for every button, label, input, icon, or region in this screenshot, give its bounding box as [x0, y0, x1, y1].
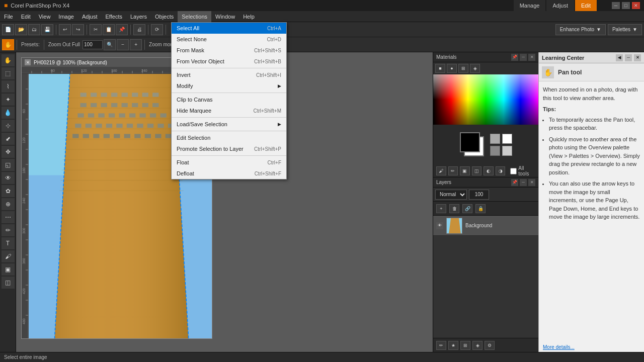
- white-swatch[interactable]: [502, 134, 512, 144]
- tool-magic-wand[interactable]: ✦: [2, 94, 15, 106]
- enhance-photo-button[interactable]: Enhance Photo ▼: [555, 24, 606, 35]
- copy-button[interactable]: 📋: [103, 24, 115, 35]
- tool-freehand[interactable]: ⌇: [2, 80, 15, 93]
- tool-pen[interactable]: ✏: [2, 224, 15, 236]
- menu-window[interactable]: Window: [211, 11, 239, 22]
- layers-panel-close[interactable]: ✕: [528, 179, 535, 186]
- mat-paint-brush[interactable]: 🖌: [436, 166, 446, 175]
- layer-visibility-toggle[interactable]: 👁: [436, 222, 443, 229]
- canvas-close-button[interactable]: ✕: [25, 59, 31, 65]
- menu-file[interactable]: File: [0, 11, 17, 22]
- more-details-link[interactable]: More details...: [539, 342, 644, 352]
- tool-straighten[interactable]: ⬋: [2, 133, 15, 145]
- tool-move[interactable]: ✥: [2, 146, 15, 158]
- mat-pencil[interactable]: ✏: [448, 166, 458, 175]
- zoom-plus-button[interactable]: +: [130, 39, 142, 50]
- mat-fill[interactable]: ▣: [460, 166, 470, 175]
- mat-tab-grid[interactable]: ⊞: [458, 64, 468, 73]
- tool-eraser[interactable]: ◫: [2, 277, 15, 289]
- menu-objects[interactable]: Objects: [151, 11, 178, 22]
- layer-lock-button[interactable]: 🔒: [475, 204, 486, 213]
- tool-crop[interactable]: ⊹: [2, 120, 15, 132]
- palettes-button[interactable]: Palettes ▼: [608, 24, 642, 35]
- tool-paint[interactable]: 🖌: [2, 250, 15, 262]
- close-button[interactable]: ✕: [632, 2, 640, 9]
- lc-close-button[interactable]: ✕: [634, 54, 641, 61]
- layer-merge-button[interactable]: ⊞: [460, 341, 470, 350]
- layer-style-button[interactable]: ★: [448, 341, 458, 350]
- tool-deform[interactable]: ◱: [2, 159, 15, 171]
- blend-mode-select[interactable]: Normal: [435, 190, 467, 200]
- materials-panel-pin[interactable]: 📌: [511, 54, 518, 61]
- mat-eraser[interactable]: ◫: [472, 166, 482, 175]
- opacity-input[interactable]: [469, 190, 489, 200]
- rotate-button[interactable]: ⟳: [151, 24, 163, 35]
- menu-effects[interactable]: Effects: [102, 11, 126, 22]
- color-swatch[interactable]: [433, 74, 538, 125]
- mat-tab-square[interactable]: ■: [435, 64, 445, 73]
- layer-settings-button[interactable]: ⚙: [485, 341, 495, 350]
- pan-tool-button[interactable]: ✋: [2, 39, 14, 50]
- open-button[interactable]: 📂: [15, 24, 27, 35]
- materials-panel-close[interactable]: ✕: [528, 54, 535, 61]
- swap-colors-button[interactable]: [490, 134, 500, 144]
- mat-burn[interactable]: ◐: [484, 166, 494, 175]
- tool-fill[interactable]: ▣: [2, 263, 15, 276]
- redo-button[interactable]: ↪: [72, 24, 84, 35]
- tool-makeover[interactable]: ✿: [2, 185, 15, 197]
- zoom-value-input[interactable]: 100: [83, 40, 103, 49]
- layer-edit-button[interactable]: ✏: [436, 341, 446, 350]
- layer-blend-button[interactable]: ◈: [472, 341, 482, 350]
- layers-panel-minimize[interactable]: ─: [520, 179, 527, 186]
- tab-edit[interactable]: Edit: [575, 0, 597, 11]
- tool-clone[interactable]: ⊕: [2, 198, 15, 210]
- tool-text[interactable]: T: [2, 237, 15, 249]
- menu-help[interactable]: Help: [239, 11, 259, 22]
- layer-link-button[interactable]: 🔗: [462, 204, 472, 213]
- mat-tab-gradient[interactable]: ◈: [470, 64, 480, 73]
- layers-panel-pin[interactable]: 📌: [511, 179, 518, 186]
- layer-delete-button[interactable]: 🗑: [449, 204, 459, 213]
- layer-new-button[interactable]: +: [436, 204, 446, 213]
- materials-panel-minimize[interactable]: ─: [520, 54, 527, 61]
- print-button[interactable]: 🖨: [133, 24, 145, 35]
- menu-adjust[interactable]: Adjust: [78, 11, 102, 22]
- menu-edit[interactable]: Edit: [17, 11, 35, 22]
- mat-dodge[interactable]: ◑: [496, 166, 506, 175]
- all-tools-checkbox[interactable]: [510, 168, 517, 174]
- zoom-out-button[interactable]: 🔍: [104, 39, 116, 50]
- undo-button[interactable]: ↩: [59, 24, 71, 35]
- canvas-area[interactable]: ✕ PH00219 @ 100% (Background) 60: [16, 52, 433, 352]
- lc-back-button[interactable]: ◀: [616, 54, 623, 61]
- tool-selection[interactable]: ⬚: [2, 67, 15, 79]
- tool-dropper[interactable]: 💧: [2, 107, 15, 119]
- paste-button[interactable]: 📌: [116, 24, 128, 35]
- cut-button[interactable]: ✂: [90, 24, 102, 35]
- menu-layers[interactable]: Layers: [126, 11, 151, 22]
- browse-button[interactable]: 🗂: [28, 24, 40, 35]
- gray-swatch[interactable]: [490, 146, 500, 156]
- light-swatch[interactable]: [502, 146, 512, 156]
- zoom-fit2-button[interactable]: ⊡: [205, 39, 217, 50]
- save-button[interactable]: 💾: [41, 24, 53, 35]
- menu-selections[interactable]: Selections: [178, 11, 211, 22]
- tab-manage[interactable]: Manage: [514, 0, 546, 11]
- tool-red-eye[interactable]: 👁: [2, 172, 15, 184]
- mat-tab-circle[interactable]: ●: [447, 64, 457, 73]
- lc-minimize-button[interactable]: ─: [625, 54, 632, 61]
- svg-rect-71: [88, 113, 94, 117]
- menu-image[interactable]: Image: [54, 11, 78, 22]
- zoom-minus-button[interactable]: −: [117, 39, 129, 50]
- tab-adjust[interactable]: Adjust: [546, 0, 574, 11]
- restore-button[interactable]: □: [622, 2, 630, 9]
- layer-row[interactable]: 👁 Background: [433, 216, 538, 236]
- tool-pan[interactable]: ✋: [2, 54, 15, 66]
- foreground-color-box[interactable]: [460, 132, 480, 152]
- menu-view[interactable]: View: [35, 11, 55, 22]
- minimize-button[interactable]: ─: [612, 2, 620, 9]
- svg-rect-93: [114, 134, 120, 138]
- new-button[interactable]: 📄: [2, 24, 14, 35]
- zoom-100-button[interactable]: 1:1: [179, 39, 191, 50]
- zoom-fit-button[interactable]: ⊞: [192, 39, 204, 50]
- tool-scratch[interactable]: ⋯: [2, 211, 15, 223]
